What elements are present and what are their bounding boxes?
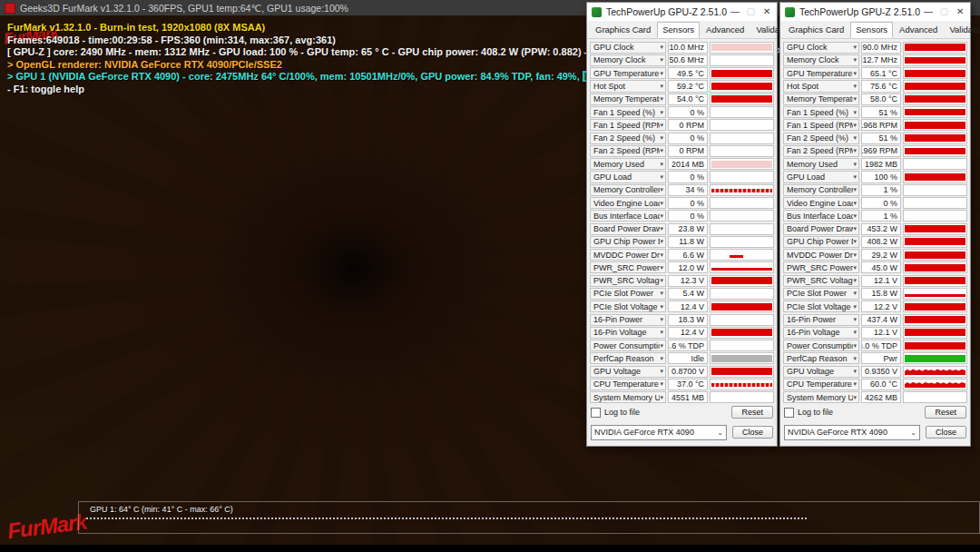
sensor-dropdown[interactable]: GPU Chip Power Draw▾ [783, 236, 859, 248]
sensor-dropdown[interactable]: System Memory Used▾ [590, 391, 666, 403]
sensor-dropdown[interactable]: Memory Used▾ [783, 158, 859, 170]
reset-button[interactable]: Reset [925, 406, 966, 419]
sensor-dropdown[interactable]: Fan 1 Speed (RPM)▾ [590, 119, 666, 131]
sensor-dropdown[interactable]: GPU Load▾ [783, 171, 859, 182]
sensor-graph [903, 340, 967, 351]
sensor-dropdown[interactable]: System Memory Used▾ [783, 391, 859, 403]
sensor-dropdown[interactable]: 16-Pin Power▾ [783, 314, 859, 326]
tab-graphics-card[interactable]: Graphics Card [783, 22, 849, 38]
close-button[interactable]: Close [732, 426, 773, 439]
sensor-dropdown[interactable]: PerfCap Reason▾ [783, 352, 859, 364]
sensor-dropdown[interactable]: PWR_SRC Power Draw▾ [590, 261, 666, 273]
tab-sensors[interactable]: Sensors [850, 22, 893, 38]
sensor-dropdown[interactable]: Board Power Draw▾ [590, 223, 666, 235]
sensor-row: Power Consumption (%)▾88.0 % TDP [783, 339, 967, 351]
sensor-dropdown[interactable]: Video Engine Load▾ [590, 197, 666, 209]
dropdown-arrow-icon: ▾ [853, 200, 857, 207]
dropdown-arrow-icon: ▾ [853, 380, 857, 388]
sensor-dropdown[interactable]: Fan 2 Speed (%)▾ [783, 133, 859, 144]
reset-button[interactable]: Reset [731, 406, 773, 419]
sensor-label: Memory Clock [593, 55, 660, 64]
sensor-dropdown[interactable]: 16-Pin Voltage▾ [590, 327, 666, 339]
sensor-dropdown[interactable]: GPU Temperature▾ [590, 67, 666, 79]
sensor-graph [710, 352, 774, 364]
sensor-dropdown[interactable]: Fan 1 Speed (%)▾ [590, 106, 666, 118]
sensor-graph-fill [905, 369, 965, 375]
close-icon[interactable]: ✕ [952, 5, 968, 19]
sensor-row: GPU Clock▾2490.0 MHz [783, 41, 967, 54]
sensor-dropdown[interactable]: Power Consumption (%)▾ [783, 340, 859, 351]
sensor-dropdown[interactable]: Fan 1 Speed (RPM)▾ [783, 119, 859, 131]
sensor-dropdown[interactable]: Bus Interface Load▾ [783, 210, 859, 222]
sensor-dropdown[interactable]: PCIe Slot Voltage▾ [783, 301, 859, 312]
sensor-dropdown[interactable]: Memory Clock▾ [783, 54, 859, 66]
device-select[interactable]: NVIDIA GeForce RTX 4090⌄ [784, 425, 920, 440]
sensor-dropdown[interactable]: Memory Temperature▾ [783, 94, 859, 105]
sensor-value: 54.0 °C [668, 94, 708, 105]
device-select[interactable]: NVIDIA GeForce RTX 4090⌄ [591, 425, 727, 440]
minimize-icon[interactable]: — [920, 5, 936, 19]
sensor-dropdown[interactable]: MVDDC Power Draw▾ [783, 249, 859, 261]
sensor-dropdown[interactable]: PWR_SRC Voltage▾ [590, 275, 666, 287]
sensor-label: Power Consumption (%) [593, 341, 660, 350]
tab-advanced[interactable]: Advanced [894, 22, 943, 38]
sensor-dropdown[interactable]: MVDDC Power Draw▾ [590, 249, 666, 261]
sensor-dropdown[interactable]: GPU Clock▾ [590, 42, 666, 54]
sensor-dropdown[interactable]: Fan 1 Speed (%)▾ [783, 106, 859, 118]
sensor-graph [710, 275, 774, 287]
gpuz-titlebar[interactable]: TechPowerUp GPU-Z 2.51.0 — ▢ ✕ [780, 3, 970, 21]
sensor-label: PCIe Slot Power [593, 289, 660, 298]
sensor-dropdown[interactable]: PWR_SRC Power Draw▾ [783, 261, 859, 273]
tab-validation[interactable]: Validation [944, 22, 980, 38]
sensor-dropdown[interactable]: Hot Spot▾ [590, 80, 666, 92]
sensor-value: 210.0 MHz [668, 42, 708, 54]
gpuz-titlebar[interactable]: TechPowerUp GPU-Z 2.51.0 — ▢ ✕ [587, 3, 777, 21]
sensor-dropdown[interactable]: CPU Temperature▾ [783, 379, 859, 390]
sensor-dropdown[interactable]: GPU Load▾ [590, 171, 666, 182]
sensor-dropdown[interactable]: Memory Clock▾ [590, 54, 666, 66]
sensor-row: 16-Pin Voltage▾12.1 V [783, 326, 967, 339]
sensor-dropdown[interactable]: Fan 2 Speed (RPM)▾ [590, 145, 666, 157]
sensor-dropdown[interactable]: PWR_SRC Voltage▾ [783, 275, 859, 287]
dropdown-arrow-icon: ▾ [853, 251, 857, 259]
log-to-file-checkbox[interactable] [591, 408, 601, 418]
sensor-dropdown[interactable]: Memory Controller Load▾ [590, 184, 666, 196]
sensor-dropdown[interactable]: PCIe Slot Power▾ [590, 288, 666, 300]
sensor-dropdown[interactable]: Hot Spot▾ [783, 80, 859, 92]
sensor-dropdown[interactable]: CPU Temperature▾ [590, 379, 666, 390]
sensor-dropdown[interactable]: Memory Used▾ [590, 158, 666, 170]
sensor-dropdown[interactable]: GPU Voltage▾ [783, 366, 859, 378]
sensor-dropdown[interactable]: Board Power Draw▾ [783, 223, 859, 235]
sensor-graph-fill [905, 277, 965, 284]
tab-graphics-card[interactable]: Graphics Card [590, 22, 656, 38]
sensor-dropdown[interactable]: GPU Temperature▾ [783, 67, 859, 79]
dropdown-arrow-icon: ▾ [660, 134, 663, 142]
sensor-dropdown[interactable]: GPU Chip Power Draw▾ [590, 236, 666, 248]
sensor-dropdown[interactable]: Power Consumption (%)▾ [590, 340, 666, 351]
sensor-row: Power Consumption (%)▾4.6 % TDP [590, 339, 774, 351]
sensor-graph-fill [905, 303, 965, 310]
sensor-dropdown[interactable]: Fan 2 Speed (%)▾ [590, 133, 666, 144]
dropdown-arrow-icon: ▾ [853, 303, 857, 310]
sensor-dropdown[interactable]: PCIe Slot Power▾ [783, 288, 859, 300]
sensor-dropdown[interactable]: GPU Voltage▾ [590, 366, 666, 378]
sensor-dropdown[interactable]: Fan 2 Speed (RPM)▾ [783, 145, 859, 157]
minimize-icon[interactable]: — [727, 5, 743, 19]
sensor-dropdown[interactable]: 16-Pin Power▾ [590, 314, 666, 326]
close-button[interactable]: Close [926, 426, 966, 439]
sensor-dropdown[interactable]: Memory Controller Load▾ [783, 184, 859, 196]
log-to-file-checkbox[interactable] [784, 408, 794, 418]
sensor-graph [710, 171, 774, 182]
sensor-dropdown[interactable]: Bus Interface Load▾ [590, 210, 666, 222]
sensor-row: MVDDC Power Draw▾6.6 W [590, 249, 774, 261]
sensor-dropdown[interactable]: 16-Pin Voltage▾ [783, 327, 859, 339]
sensor-dropdown[interactable]: Video Engine Load▾ [783, 197, 859, 209]
sensor-dropdown[interactable]: PCIe Slot Voltage▾ [590, 301, 666, 312]
sensor-dropdown[interactable]: Memory Temperature▾ [590, 94, 666, 105]
dropdown-arrow-icon: ▾ [660, 173, 663, 181]
close-icon[interactable]: ✕ [759, 5, 775, 19]
sensor-dropdown[interactable]: GPU Clock▾ [783, 42, 859, 54]
sensor-dropdown[interactable]: PerfCap Reason▾ [590, 352, 666, 364]
tab-sensors[interactable]: Sensors [657, 22, 700, 38]
tab-advanced[interactable]: Advanced [701, 22, 750, 38]
